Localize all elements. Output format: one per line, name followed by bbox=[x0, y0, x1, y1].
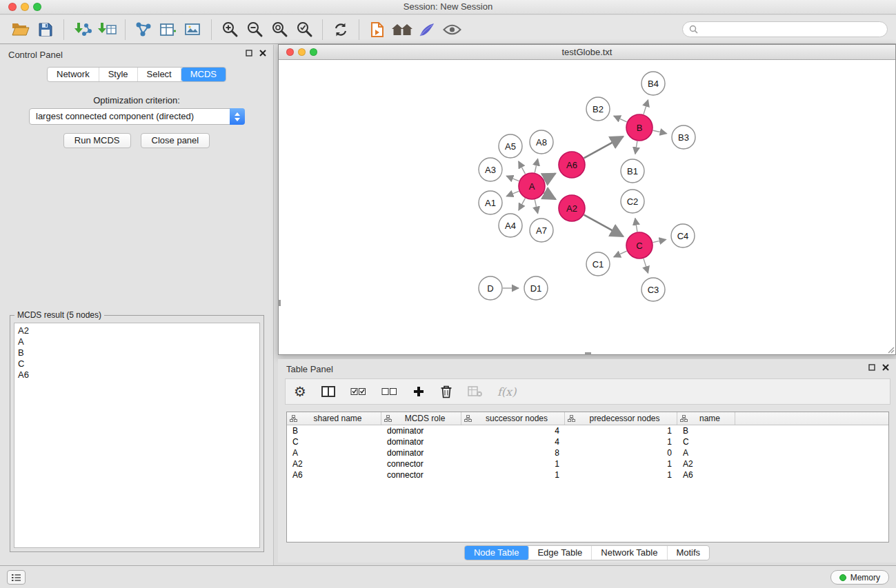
delete-table-button[interactable] bbox=[468, 386, 482, 397]
open-session-button[interactable] bbox=[8, 18, 33, 41]
network-edge-A-A8[interactable] bbox=[535, 159, 537, 172]
network-node-B1[interactable]: B1 bbox=[621, 159, 644, 183]
search-input[interactable] bbox=[701, 24, 881, 34]
task-history-button[interactable] bbox=[7, 570, 26, 585]
zoom-fit-button[interactable] bbox=[267, 18, 292, 41]
zoom-out-button[interactable] bbox=[242, 18, 267, 41]
network-edge-B-B2[interactable] bbox=[614, 116, 627, 122]
table-row-c[interactable]: Cdominator41C bbox=[287, 436, 888, 447]
resize-grip-icon[interactable] bbox=[886, 345, 895, 354]
graphics-details-button[interactable] bbox=[415, 18, 439, 41]
column-header-successor-nodes[interactable]: successor nodes bbox=[461, 412, 565, 425]
network-edge-A-A4[interactable] bbox=[519, 199, 526, 210]
table-row-a2[interactable]: A2connector11A2 bbox=[287, 458, 888, 469]
minimize-network-window-button[interactable] bbox=[298, 48, 306, 56]
network-edge-B-B3[interactable] bbox=[653, 130, 667, 133]
network-graph[interactable]: B4B2BB3A5A8A6B1A3AC2A1A2A4A7C4CC1DD1C3 bbox=[279, 60, 895, 354]
mcds-result-item-a[interactable]: A bbox=[18, 336, 256, 347]
network-edge-A-A5[interactable] bbox=[519, 161, 526, 174]
network-node-A5[interactable]: A5 bbox=[499, 134, 522, 158]
network-canvas[interactable]: B4B2BB3A5A8A6B1A3AC2A1A2A4A7C4CC1DD1C3 bbox=[279, 60, 895, 354]
zoom-selected-button[interactable] bbox=[292, 18, 317, 41]
tab-style[interactable]: Style bbox=[99, 68, 138, 81]
network-node-B[interactable]: B bbox=[626, 114, 653, 141]
network-edge-C-C4[interactable] bbox=[653, 239, 666, 242]
delete-column-button[interactable] bbox=[440, 385, 452, 398]
network-node-C2[interactable]: C2 bbox=[621, 190, 644, 213]
network-edge-B-B1[interactable] bbox=[635, 141, 637, 154]
network-edge-A-A1[interactable] bbox=[506, 191, 519, 196]
network-node-A6[interactable]: A6 bbox=[559, 152, 585, 178]
float-panel-icon[interactable] bbox=[246, 50, 252, 57]
table-row-a[interactable]: Adominator80A bbox=[287, 447, 888, 458]
network-edge-A-A7[interactable] bbox=[535, 200, 537, 214]
create-column-button[interactable] bbox=[412, 385, 425, 398]
mcds-result-item-c[interactable]: C bbox=[18, 358, 256, 369]
table-tab-network-table[interactable]: Network Table bbox=[592, 546, 667, 560]
network-node-A4[interactable]: A4 bbox=[499, 214, 522, 237]
network-node-A2[interactable]: A2 bbox=[559, 195, 585, 221]
function-builder-button[interactable]: f(x) bbox=[497, 385, 516, 398]
network-edge-A6-B[interactable] bbox=[584, 136, 624, 158]
tab-mcds[interactable]: MCDS bbox=[181, 68, 226, 81]
network-node-C1[interactable]: C1 bbox=[586, 252, 610, 276]
window-resize-handle[interactable] bbox=[585, 352, 591, 355]
float-panel-icon[interactable] bbox=[868, 364, 875, 371]
mcds-result-list[interactable]: A2ABCA6 bbox=[14, 323, 260, 548]
mcds-result-item-a6[interactable]: A6 bbox=[18, 369, 256, 381]
close-panel-button[interactable]: Close panel bbox=[141, 133, 210, 148]
network-node-C3[interactable]: C3 bbox=[641, 278, 665, 301]
network-node-C4[interactable]: C4 bbox=[671, 224, 695, 247]
show-hide-button[interactable] bbox=[439, 18, 464, 41]
window-resize-handle[interactable] bbox=[278, 300, 281, 306]
network-node-A1[interactable]: A1 bbox=[479, 191, 502, 214]
close-panel-icon[interactable] bbox=[259, 50, 266, 57]
close-panel-icon[interactable] bbox=[882, 364, 889, 371]
home-button[interactable] bbox=[390, 18, 415, 41]
network-edge-A2-C[interactable] bbox=[584, 215, 624, 236]
table-row-b[interactable]: Bdominator41B bbox=[287, 425, 888, 436]
column-header-MCDS-role[interactable]: MCDS role bbox=[381, 412, 461, 425]
mcds-result-item-b[interactable]: B bbox=[18, 347, 256, 358]
close-network-window-button[interactable] bbox=[286, 48, 294, 56]
new-network-button[interactable] bbox=[131, 18, 156, 41]
deselect-all-columns-button[interactable] bbox=[381, 385, 397, 398]
table-tab-edge-table[interactable]: Edge Table bbox=[528, 546, 592, 560]
optimization-criterion-dropdown[interactable]: largest connected component (directed) bbox=[29, 108, 245, 125]
select-all-columns-button[interactable] bbox=[350, 385, 366, 398]
table-tab-node-table[interactable]: Node Table bbox=[465, 546, 529, 560]
table-row-a6[interactable]: A6connector11A6 bbox=[287, 469, 888, 480]
minimize-window-button[interactable] bbox=[21, 3, 29, 11]
open-document-button[interactable] bbox=[365, 18, 390, 41]
export-image-button[interactable] bbox=[181, 18, 206, 41]
tab-select[interactable]: Select bbox=[138, 68, 181, 81]
table-tab-motifs[interactable]: Motifs bbox=[667, 546, 709, 560]
import-table-file-button[interactable] bbox=[94, 18, 119, 41]
table-settings-button[interactable]: ⚙ bbox=[294, 385, 306, 398]
network-node-D[interactable]: D bbox=[479, 276, 502, 300]
import-network-file-button[interactable] bbox=[70, 18, 94, 41]
column-header-predecessor-nodes[interactable]: predecessor nodes bbox=[565, 412, 677, 425]
run-mcds-button[interactable]: Run MCDS bbox=[63, 133, 131, 148]
network-edge-B-B4[interactable] bbox=[644, 100, 648, 114]
zoom-window-button[interactable] bbox=[33, 3, 41, 11]
save-session-button[interactable] bbox=[33, 18, 58, 41]
network-node-B2[interactable]: B2 bbox=[586, 97, 610, 121]
tab-network[interactable]: Network bbox=[48, 68, 99, 81]
zoom-network-window-button[interactable] bbox=[310, 48, 317, 56]
memory-button[interactable]: Memory bbox=[830, 570, 889, 585]
network-edge-C-C1[interactable] bbox=[614, 251, 627, 257]
close-window-button[interactable] bbox=[8, 3, 17, 11]
refresh-button[interactable] bbox=[328, 18, 353, 41]
new-table-button[interactable] bbox=[156, 18, 181, 41]
column-header-name[interactable]: name bbox=[677, 412, 735, 425]
network-edge-C-C2[interactable] bbox=[635, 219, 637, 232]
network-edge-C-C3[interactable] bbox=[644, 258, 648, 273]
network-node-A7[interactable]: A7 bbox=[530, 219, 553, 242]
network-node-B4[interactable]: B4 bbox=[641, 72, 665, 95]
mcds-result-item-a2[interactable]: A2 bbox=[18, 325, 256, 336]
network-node-D1[interactable]: D1 bbox=[524, 276, 548, 300]
show-columns-button[interactable] bbox=[321, 385, 335, 398]
search-field[interactable] bbox=[682, 21, 888, 37]
zoom-in-button[interactable] bbox=[217, 18, 242, 41]
